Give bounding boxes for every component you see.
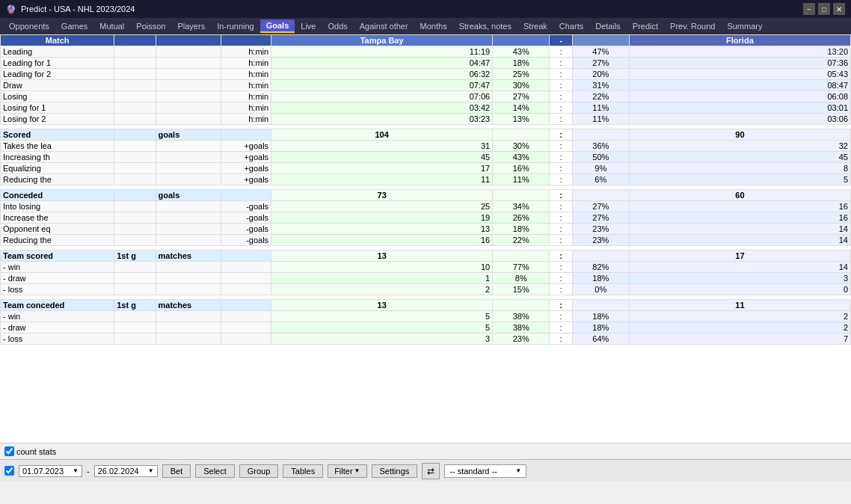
app-icon: 🔮 <box>6 4 16 14</box>
menu-bar: Opponents Games Mutual Poisson Players I… <box>0 18 851 34</box>
menu-months[interactable]: Months <box>414 20 453 32</box>
table-row: Takes the lea+goals3130%:36%32 <box>1 141 851 152</box>
table-row: - win538%:18%2 <box>1 311 851 322</box>
close-button[interactable]: ✕ <box>833 3 845 15</box>
menu-streaks[interactable]: Streaks, notes <box>453 20 517 32</box>
settings-button[interactable]: Settings <box>372 464 418 478</box>
table-header: Match Tampa Bay - Florida <box>1 35 851 46</box>
menu-goals[interactable]: Goals <box>260 19 295 33</box>
table-row: Increase the-goals1926%:27%16 <box>1 212 851 224</box>
table-row: Losing for 2h:min03:2313%:11%03:06 <box>1 114 851 125</box>
table-row: Equalizing+goals1716%:9%8 <box>1 163 851 174</box>
table-row: Team conceded1st gmatches13:11 <box>1 300 851 311</box>
chevron-down-icon: ▼ <box>73 467 79 474</box>
menu-players[interactable]: Players <box>171 20 211 32</box>
table-row: Leading for 1h:min04:4718%:27%07:36 <box>1 58 851 69</box>
menu-predict[interactable]: Predict <box>627 20 664 32</box>
menu-odds[interactable]: Odds <box>322 20 353 32</box>
menu-details[interactable]: Details <box>589 20 627 32</box>
table-row: Scoredgoals104:90 <box>1 129 851 141</box>
title-bar-controls: − □ ✕ <box>803 3 845 15</box>
chevron-down-icon2: ▼ <box>148 467 154 474</box>
table-row: Concededgoals73:60 <box>1 190 851 201</box>
bottom-bar: count stats <box>0 443 851 459</box>
table-row: Losing for 1h:min03:4214%:11%03:01 <box>1 102 851 114</box>
table-row: - draw18%:18%3 <box>1 273 851 284</box>
table-row: - win1077%:82%14 <box>1 262 851 273</box>
count-stats-text: count stats <box>16 447 56 456</box>
filter-button[interactable]: Filter ▼ <box>328 464 366 478</box>
main-content: Match Tampa Bay - Florida Leadingh:min11… <box>0 34 851 443</box>
title-bar: 🔮 Predict - USA - NHL 2023/2024 − □ ✕ <box>0 0 851 18</box>
table-row: Losingh:min07:0627%:22%06:08 <box>1 91 851 102</box>
date-checkbox[interactable] <box>4 466 14 476</box>
table-row: Leadingh:min11:1943%:47%13:20 <box>1 46 851 58</box>
menu-games[interactable]: Games <box>55 20 93 32</box>
table-row: - loss323%:64%7 <box>1 334 851 345</box>
menu-opponents[interactable]: Opponents <box>3 20 55 32</box>
menu-poisson[interactable]: Poisson <box>130 20 171 32</box>
menu-streak[interactable]: Streak <box>517 20 553 32</box>
menu-mutual[interactable]: Mutual <box>93 20 130 32</box>
menu-inrunning[interactable]: In-running <box>211 20 260 32</box>
bet-button[interactable]: Bet <box>162 464 191 478</box>
table-row: Drawh:min07:4730%:31%08:47 <box>1 80 851 91</box>
goals-table: Match Tampa Bay - Florida Leadingh:min11… <box>0 34 851 345</box>
title-bar-left: 🔮 Predict - USA - NHL 2023/2024 <box>6 4 135 14</box>
table-row: Reducing the+goals1111%:6%5 <box>1 174 851 185</box>
standard-dropdown[interactable]: -- standard -- ▼ <box>444 464 526 478</box>
date-separator: - <box>87 467 90 476</box>
menu-against-other[interactable]: Against other <box>354 20 414 32</box>
select-button[interactable]: Select <box>195 464 235 478</box>
tables-button[interactable]: Tables <box>283 464 323 478</box>
table-row: Into losing-goals2534%:27%16 <box>1 201 851 212</box>
group-button[interactable]: Group <box>239 464 279 478</box>
app-title: Predict - USA - NHL 2023/2024 <box>21 4 135 13</box>
menu-summary[interactable]: Summary <box>721 20 768 32</box>
chevron-down-icon4: ▼ <box>515 467 521 474</box>
status-bar: 01.07.2023 ▼ - 26.02.2024 ▼ Bet Select G… <box>0 459 851 482</box>
match-header: Match <box>1 35 114 46</box>
count-stats-checkbox[interactable] <box>4 446 14 456</box>
table-row: Reducing the-goals1622%:23%14 <box>1 235 851 246</box>
count-stats-label[interactable]: count stats <box>4 446 56 456</box>
menu-charts[interactable]: Charts <box>553 20 589 32</box>
menu-prev-round[interactable]: Prev. Round <box>664 20 721 32</box>
minimize-button[interactable]: − <box>803 3 815 15</box>
tampa-bay-header: Tampa Bay <box>271 35 493 46</box>
table-row: Team scored1st gmatches13:17 <box>1 251 851 262</box>
maximize-button[interactable]: □ <box>818 3 830 15</box>
table-row: - draw538%:18%2 <box>1 322 851 334</box>
date-from-input[interactable]: 01.07.2023 ▼ <box>19 465 82 477</box>
table-row: - loss215%:0%0 <box>1 284 851 295</box>
table-row: Opponent eq-goals1318%:23%14 <box>1 224 851 235</box>
florida-header: Florida <box>629 35 850 46</box>
table-row: Increasing th+goals4543%:50%45 <box>1 152 851 163</box>
transfer-icon[interactable]: ⇄ <box>422 463 440 479</box>
separator-header: - <box>550 35 572 46</box>
date-to-input[interactable]: 26.02.2024 ▼ <box>94 465 158 477</box>
menu-live[interactable]: Live <box>295 20 322 32</box>
chevron-down-icon3: ▼ <box>354 467 360 474</box>
table-row: Leading for 2h:min06:3225%:20%05:43 <box>1 69 851 80</box>
